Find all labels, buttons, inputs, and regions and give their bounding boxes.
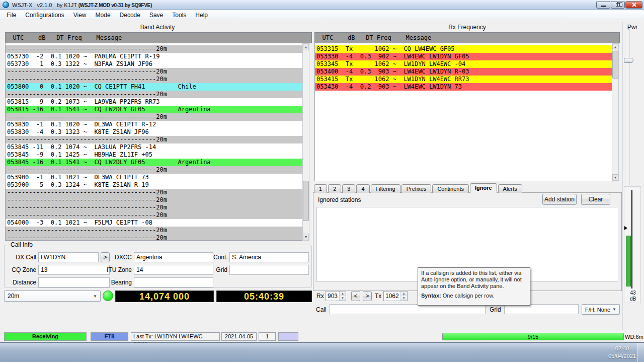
- decode-row[interactable]: 053345 Tx 1062 ~ LW1DYN LW4EWC -04: [315, 60, 612, 68]
- scrollbar-thumb[interactable]: [303, 181, 309, 221]
- tab-3[interactable]: 3: [342, 184, 355, 193]
- menu-item-help[interactable]: Help: [191, 11, 212, 20]
- decode-row[interactable]: 054000 -3 0.1 1021 ~ F5LMJ CE1PTT -08: [6, 219, 302, 227]
- dx-call-lookup-button[interactable]: >: [101, 252, 110, 262]
- action-buttons-row: [37, 316, 550, 328]
- close-icon: [631, 2, 637, 8]
- close-button[interactable]: [625, 1, 642, 9]
- decode-row[interactable]: 053845 -11 0.2 1074 ~ LA3LUA PP2FRS -14: [6, 143, 302, 151]
- grid-field-info[interactable]: [229, 265, 309, 275]
- band-activity-scrollbar[interactable]: ▲ ▼: [302, 43, 309, 241]
- band-separator-row[interactable]: ----------------------------------------…: [6, 113, 302, 121]
- rx-status-indicator: [103, 291, 113, 301]
- distance-field[interactable]: [38, 277, 110, 287]
- decode-row[interactable]: 053730 1 0.3 1322 ~ N3FAA ZS1AN JF96: [6, 60, 302, 68]
- rx-to-tx-button[interactable]: >: [363, 291, 372, 301]
- band-separator-row[interactable]: ----------------------------------------…: [6, 196, 302, 204]
- menu-item-tools[interactable]: Tools: [168, 11, 191, 20]
- restore-button[interactable]: [611, 1, 625, 9]
- decode-row[interactable]: 053315 Tx 1062 ~ CQ LW4EWC GF05: [315, 45, 612, 53]
- decode-row[interactable]: 053800 0 0.1 1020 ~ CQ CE1PTT FH41 Chile: [6, 83, 302, 91]
- rx-freq-value: 903: [326, 292, 339, 301]
- spinner-arrows-icon[interactable]: ▲▼: [400, 292, 407, 301]
- menu-item-mode[interactable]: Mode: [91, 11, 115, 20]
- utc-clock-display: 05:40:39: [216, 291, 312, 302]
- dxcc-field[interactable]: [134, 252, 213, 262]
- call-field[interactable]: [330, 304, 486, 314]
- tab-2[interactable]: 2: [328, 184, 341, 193]
- rx-frequency-table[interactable]: 053315 Tx 1062 ~ CQ LW4EWC GF05053330 -4…: [314, 43, 612, 181]
- band-separator-row[interactable]: ----------------------------------------…: [6, 136, 302, 143]
- band-separator-row[interactable]: ----------------------------------------…: [6, 166, 302, 174]
- decode-row[interactable]: 053330 -4 0.3 902 ~ LW4EWC LW1DYN GF05: [315, 53, 612, 60]
- ignore-tooltip: If a callsign is added to this list, eit…: [418, 267, 530, 306]
- band-separator-row[interactable]: ----------------------------------------…: [6, 91, 302, 98]
- tx-freq-spinner[interactable]: 1062 ▲▼: [383, 291, 408, 301]
- itu-zone-field[interactable]: [134, 265, 213, 275]
- fh-mode-dropdown[interactable]: F/H: None ▼: [582, 304, 620, 315]
- dx-call-field[interactable]: [38, 252, 99, 262]
- band-separator-row[interactable]: ----------------------------------------…: [6, 204, 302, 211]
- tab-ignore[interactable]: Ignore: [470, 183, 497, 193]
- decode-row[interactable]: 053430 -4 0.2 903 ~ LW4EWC LW1DYN 73: [315, 83, 612, 91]
- decode-row[interactable]: 053845 -9 0.1 1425 ~ HB9HAE ZL1IF +05: [6, 151, 302, 159]
- decode-row[interactable]: 053730 -2 0.1 1020 ~ PA0LMA CE1PTT R-19: [6, 53, 302, 60]
- decode-row[interactable]: 053815 -16 0.1 1541 ~ CQ LW2DLY GF05 Arg…: [6, 106, 302, 113]
- bearing-field[interactable]: [134, 277, 213, 287]
- decode-row[interactable]: 053900 -1 0.1 1021 ~ DL3WA CE1PTT 73: [6, 174, 302, 181]
- cont-field[interactable]: [229, 252, 309, 262]
- decode-row[interactable]: 053830 -1 0.1 1020 ~ DL3WA CE1PTT R-12: [6, 121, 302, 128]
- band-separator-row[interactable]: ----------------------------------------…: [6, 227, 302, 234]
- minimize-icon: [601, 6, 606, 7]
- tooltip-syntax-label: Syntax:: [421, 293, 441, 299]
- band-activity-table[interactable]: ----------------------------------------…: [5, 43, 303, 241]
- clear-button[interactable]: Clear: [581, 194, 610, 205]
- cq-zone-field[interactable]: [38, 265, 110, 275]
- decode-row[interactable]: 053415 Tx 1062 ~ LW1DYN LW4EWC RR73: [315, 76, 612, 83]
- grid-field[interactable]: [504, 304, 579, 314]
- tab-filtering[interactable]: Filtering: [371, 184, 400, 193]
- show-desktop-button[interactable]: [637, 343, 644, 362]
- pwr-slider-track[interactable]: [628, 29, 629, 185]
- menu-item-decode[interactable]: Decode: [115, 11, 145, 20]
- menu-item-save[interactable]: Save: [145, 11, 168, 20]
- tx-to-rx-button[interactable]: <: [351, 291, 360, 301]
- taskbar-clock[interactable]: 02:40 05/04/2021: [608, 345, 636, 360]
- menu-item-view[interactable]: View: [69, 11, 91, 20]
- band-separator-row[interactable]: ----------------------------------------…: [6, 211, 302, 219]
- last-tx-label: Last Tx: LW1DYN LW4EWC RR73: [131, 332, 220, 341]
- scrollbar-thumb[interactable]: [612, 51, 618, 79]
- spinner-arrows-icon[interactable]: ▲▼: [339, 292, 346, 301]
- band-separator-row[interactable]: ----------------------------------------…: [6, 76, 302, 83]
- tab-continents[interactable]: Continents: [432, 184, 469, 193]
- add-station-button[interactable]: Add station: [542, 194, 577, 205]
- band-separator-row[interactable]: ----------------------------------------…: [6, 45, 302, 53]
- scroll-down-icon[interactable]: ▼: [612, 174, 618, 181]
- tx-spin-label: Tx: [375, 293, 381, 300]
- scroll-up-icon[interactable]: ▲: [303, 44, 309, 50]
- scroll-up-icon[interactable]: ▲: [612, 44, 618, 50]
- rx-freq-spinner[interactable]: 903 ▲▼: [326, 291, 346, 301]
- band-separator-row[interactable]: ----------------------------------------…: [6, 68, 302, 76]
- tab-prefixes[interactable]: Prefixes: [401, 184, 432, 193]
- decode-row[interactable]: 053400 -4 0.3 903 ~ LW4EWC LW1DYN R-03: [315, 68, 612, 76]
- tab-1[interactable]: 1: [314, 184, 327, 193]
- tab-alerts[interactable]: Alerts: [498, 184, 522, 193]
- band-separator-row[interactable]: ----------------------------------------…: [6, 189, 302, 196]
- minimize-button[interactable]: [596, 1, 610, 9]
- scroll-down-icon[interactable]: ▼: [303, 234, 309, 240]
- rx-frequency-scrollbar[interactable]: ▲ ▼: [612, 43, 619, 181]
- menu-item-file[interactable]: File: [2, 11, 21, 20]
- decode-row[interactable]: 053830 -4 0.3 1323 ~ K8TE ZS1AN JF96: [6, 128, 302, 136]
- decode-row[interactable]: 053845 -16 0.1 1541 ~ CQ LW2DLY GF05 Arg…: [6, 159, 302, 166]
- decode-row[interactable]: 053815 -9 0.2 1073 ~ LA9VBA PP2FRS RR73: [6, 98, 302, 106]
- tooltip-syntax-text: One callsign per row.: [441, 293, 495, 299]
- menu-item-configurations[interactable]: Configurations: [21, 11, 68, 20]
- decode-row[interactable]: 053900 -5 0.3 1324 ~ K8TE ZS1AN R-19: [6, 181, 302, 189]
- band-separator-row[interactable]: ----------------------------------------…: [6, 234, 302, 241]
- band-selector[interactable]: 20m ▼: [4, 291, 101, 302]
- meter-value: 43: [624, 290, 641, 296]
- meter-unit: dB: [624, 296, 641, 302]
- pwr-slider-handle[interactable]: [624, 58, 633, 63]
- tab-4[interactable]: 4: [356, 184, 369, 193]
